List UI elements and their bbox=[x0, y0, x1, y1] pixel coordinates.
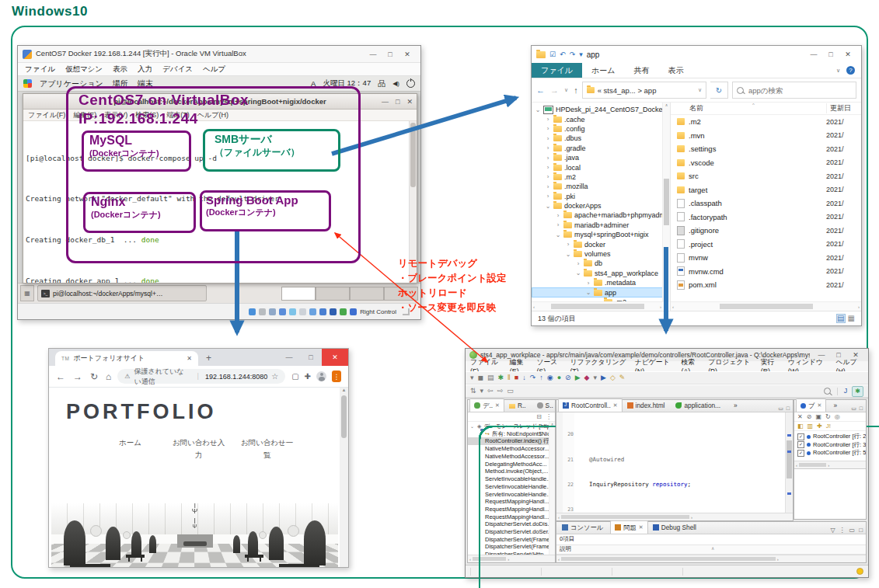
redo-icon[interactable]: ↷ bbox=[570, 50, 576, 58]
expander-icon[interactable]: › bbox=[555, 212, 561, 219]
explorer-titlebar[interactable]: ☑↶↷▾ app — □ ✕ bbox=[532, 46, 861, 63]
file-row[interactable]: .settings 2021/ bbox=[671, 142, 861, 156]
forward-button[interactable]: → bbox=[550, 85, 559, 95]
sync-icon[interactable] bbox=[340, 308, 347, 315]
working-sets-icon[interactable]: ▥ bbox=[807, 423, 814, 430]
chevron-down-icon[interactable]: ∨ bbox=[698, 87, 702, 93]
workspace-2[interactable] bbox=[316, 287, 350, 301]
virtualbox-titlebar[interactable]: CentOS7 Docker 192.168.1.244 [実行中] - Ora… bbox=[18, 46, 420, 63]
view-tab[interactable]: R.. bbox=[505, 399, 532, 412]
menu-item[interactable]: 仮想マシン bbox=[65, 64, 103, 75]
new-tab-button[interactable]: + bbox=[206, 353, 211, 366]
files-hscrollbar[interactable]: ‹› bbox=[671, 301, 861, 311]
file-row[interactable]: pom.xml 2021/ bbox=[671, 278, 861, 292]
minimize-view-icon[interactable]: ▭ bbox=[778, 405, 783, 412]
tree-item[interactable]: › mariadb+adminer bbox=[532, 221, 670, 230]
expander-icon[interactable]: ⌄ bbox=[470, 423, 475, 429]
breakpoint-item[interactable]: ✓ RootController [行: 26] bbox=[794, 433, 866, 441]
expander-icon[interactable]: › bbox=[545, 135, 551, 142]
remove-icon[interactable]: ✕ bbox=[797, 413, 803, 420]
close-button[interactable]: ✕ bbox=[322, 349, 348, 366]
view-tab[interactable]: Debug Shell bbox=[649, 521, 703, 534]
display-icon[interactable] bbox=[309, 308, 316, 315]
tree-item[interactable]: › apache+mariadb+phpmyadmin bbox=[532, 210, 670, 220]
back-button[interactable]: ← bbox=[56, 371, 65, 382]
details-view-icon[interactable]: ▤ bbox=[836, 314, 845, 323]
breakpoints-hscrollbar[interactable]: ‹› bbox=[794, 461, 866, 468]
refresh-button[interactable]: ↻ bbox=[710, 82, 728, 99]
file-row[interactable]: .vscode 2021/ bbox=[671, 156, 861, 170]
security-warning-icon[interactable]: ⚠ bbox=[124, 373, 130, 380]
new-icon[interactable]: ▾ bbox=[470, 374, 474, 381]
expander-icon[interactable]: › bbox=[545, 193, 551, 200]
step-into-icon[interactable]: ↓ bbox=[522, 374, 526, 381]
usb-icon[interactable] bbox=[289, 308, 296, 315]
undo-icon[interactable]: ↶ bbox=[560, 50, 566, 58]
view-menu-icon[interactable]: ⋮ bbox=[546, 413, 552, 420]
mouse-icon[interactable] bbox=[350, 308, 357, 315]
bookmark-star-icon[interactable]: ☆ bbox=[271, 372, 278, 381]
nav-link[interactable]: お問い合わせ入力 bbox=[172, 437, 226, 461]
minimize-view-icon[interactable]: ▭ bbox=[851, 405, 856, 412]
view-menu-icon[interactable]: ⋮ bbox=[839, 527, 846, 534]
help-icon[interactable]: ? bbox=[846, 66, 855, 75]
hdd-icon[interactable] bbox=[249, 308, 256, 315]
expander-icon[interactable]: › bbox=[545, 144, 551, 151]
file-row[interactable]: .project 2021/ bbox=[671, 238, 861, 252]
editor-tab[interactable]: » bbox=[727, 399, 744, 412]
expander-icon[interactable]: › bbox=[565, 241, 571, 248]
expander-icon[interactable]: ⌄ bbox=[575, 270, 581, 277]
maximize-icon[interactable]: □ bbox=[859, 527, 863, 534]
menu-item[interactable]: デバイス bbox=[162, 64, 193, 75]
remove-all-icon[interactable]: ⊘ bbox=[807, 413, 812, 420]
profile-avatar[interactable] bbox=[316, 371, 326, 381]
home-button[interactable]: ⌂ bbox=[106, 371, 111, 382]
spring-boot-dashboard-icon[interactable]: ● bbox=[557, 374, 561, 381]
back-button[interactable]: ← bbox=[536, 85, 545, 95]
external-tools-icon[interactable]: ▶ bbox=[601, 374, 606, 381]
expander-icon[interactable]: › bbox=[545, 155, 551, 162]
problems-hscrollbar[interactable]: ‹› bbox=[556, 555, 866, 562]
close-button[interactable]: ✕ bbox=[399, 50, 416, 58]
add-exception-bp-icon[interactable]: J! bbox=[826, 423, 831, 430]
file-row[interactable]: .m2 2021/ bbox=[671, 115, 861, 129]
tree-item[interactable]: › db bbox=[532, 259, 670, 268]
expander-icon[interactable]: ⌄ bbox=[535, 106, 541, 113]
tree-item[interactable]: › .pki bbox=[532, 192, 670, 201]
tree-item[interactable]: › .dbus bbox=[532, 134, 670, 143]
editor-tab[interactable]: application... bbox=[671, 399, 727, 412]
workspace-3[interactable] bbox=[350, 287, 384, 301]
file-row[interactable]: .mvn 2021/ bbox=[671, 129, 861, 143]
tree-item[interactable]: ⌄ app bbox=[532, 287, 670, 297]
breakpoint-item[interactable]: ✓ RootController [行: 54] bbox=[794, 449, 866, 458]
nav-link[interactable]: お問い合わせ一覧 bbox=[240, 437, 295, 461]
skip-breakpoints-icon[interactable]: ⊘ bbox=[565, 374, 571, 381]
reading-list-icon[interactable]: ▢ bbox=[291, 372, 298, 381]
maximize-button[interactable]: □ bbox=[300, 349, 322, 366]
menu-item[interactable]: ファイル(F) bbox=[28, 110, 65, 120]
expander-icon[interactable]: › bbox=[555, 221, 561, 228]
minimize-button[interactable]: — bbox=[365, 50, 382, 58]
view-tab[interactable]: デ.. ✕ bbox=[469, 398, 504, 412]
view-tab[interactable]: コンソール bbox=[558, 521, 609, 534]
network-icon[interactable] bbox=[279, 308, 286, 315]
java-perspective-icon[interactable]: J bbox=[844, 388, 848, 395]
add-java-bp-icon[interactable]: ✚ bbox=[817, 423, 822, 430]
file-row[interactable]: target 2021/ bbox=[671, 183, 861, 197]
expander-icon[interactable]: › bbox=[585, 280, 591, 287]
breakpoint-checkbox[interactable]: ✓ bbox=[797, 441, 804, 448]
file-row[interactable]: .classpath 2021/ bbox=[671, 197, 861, 210]
expander-icon[interactable]: › bbox=[545, 164, 551, 171]
stack-frame-item[interactable]: ≡ DispatcherServlet(Http... bbox=[468, 551, 549, 555]
minimize-button[interactable]: — bbox=[382, 98, 389, 106]
tree-item[interactable]: ⌄ HPDesk_pi_244_CentOS7_Docker (Q: bbox=[532, 105, 670, 114]
maximize-view-icon[interactable]: □ bbox=[860, 405, 863, 412]
tree-item[interactable]: › .gradle bbox=[532, 144, 670, 153]
optical-icon[interactable] bbox=[259, 308, 266, 315]
breakpoint-checkbox[interactable]: ✓ bbox=[797, 450, 804, 457]
tree-item[interactable]: › .config bbox=[532, 124, 670, 134]
file-row[interactable]: mvnw 2021/ bbox=[671, 251, 861, 265]
ribbon-tab[interactable]: 表示 bbox=[658, 63, 692, 78]
taskbar-terminal-item[interactable]: >_ pi@localhost:~/dockerApps/mysql+… bbox=[37, 285, 207, 301]
column-name[interactable]: 名前 bbox=[671, 103, 826, 113]
